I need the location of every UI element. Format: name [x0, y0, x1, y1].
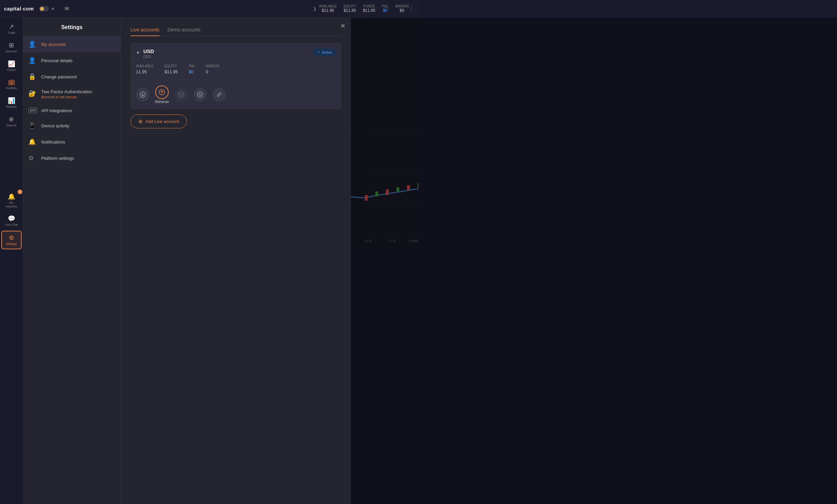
margin-stat-label: MARGIN — [206, 64, 219, 68]
device-nav-icon: 📱 — [29, 122, 37, 129]
margin-label: MARGIN — [395, 4, 409, 8]
deposit-icon: ⊕ — [9, 115, 14, 123]
account-currency: USD — [143, 48, 154, 54]
account-stat-pl: P&L $0 — [189, 64, 195, 74]
sidebar-label-reports: Reports — [6, 105, 17, 109]
platform-nav-label: Platform settings — [41, 156, 74, 161]
platform-nav-icon: ⚙ — [29, 154, 37, 162]
light-mode-icon: ☀ — [51, 6, 55, 12]
pl-stat-value: $0 — [189, 69, 195, 74]
action-deposit-wrap — [136, 88, 149, 101]
sidebar-label-requests: My requests — [3, 201, 20, 208]
sidebar-item-settings[interactable]: ⚙ Settings — [1, 231, 22, 249]
sidebar-label-livechat: Live Chat — [5, 223, 18, 227]
deposit-action-button[interactable] — [136, 88, 149, 101]
account-card: ▲ USD CFD ✓ Active AVAILABLE 11.95 — [130, 43, 341, 109]
settings-nav-2fa[interactable]: 🔐 Two-Factor Authentication Account is n… — [23, 85, 121, 104]
transfer-action-button[interactable] — [174, 88, 188, 101]
personal-nav-label: Personal details — [41, 58, 73, 63]
account-edit-icon — [216, 92, 222, 97]
equity-stat-label: EQUITY — [164, 64, 178, 68]
add-live-account-button[interactable]: ⊕ Add Live account — [130, 114, 187, 128]
stat-pl: P&L $0 — [382, 4, 388, 13]
header-more-icon[interactable]: ⋮ — [409, 5, 414, 12]
pl-stat-label: P&L — [189, 64, 195, 68]
equity-stat-value: $11.95 — [164, 69, 178, 74]
notifications-nav-icon: 🔔 — [29, 138, 37, 146]
personal-nav-icon: 👤 — [29, 57, 37, 64]
tab-live-accounts[interactable]: Live accounts — [130, 24, 160, 36]
sidebar-item-trade[interactable]: ↗ Trade — [1, 20, 22, 37]
requests-icon: 🔔 — [8, 193, 15, 200]
action-transfer-wrap — [174, 88, 188, 101]
add-live-plus-icon: ⊕ — [138, 118, 143, 125]
sidebar-label-discover: Discover — [5, 50, 17, 53]
available-stat-label: AVAILABLE — [136, 64, 154, 68]
available-stat-value: 11.95 — [136, 69, 154, 74]
svg-point-19 — [199, 94, 200, 94]
settings-title: Settings — [23, 18, 121, 36]
sidebar-item-portfolio[interactable]: 💼 Portfolio — [1, 76, 22, 93]
sidebar-item-deposit[interactable]: ⊕ Deposit — [1, 113, 22, 130]
settings-nav-api[interactable]: API API integrations — [23, 104, 121, 117]
svg-point-15 — [178, 92, 184, 97]
2fa-nav-icon: 🔐 — [29, 90, 37, 97]
settings-nav-password[interactable]: 🔒 Change password — [23, 69, 121, 85]
2fa-nav-label: Two-Factor Authentication — [41, 89, 92, 94]
equity-label: EQUITY — [343, 4, 356, 8]
account-stat-equity: EQUITY $11.95 — [164, 64, 178, 74]
my-accounts-nav-label: My accounts — [41, 42, 66, 47]
logo: capital·com — [4, 6, 34, 12]
dark-mode-toggle[interactable]: 🌙 — [39, 6, 49, 12]
mail-icon[interactable]: ✉ — [65, 5, 69, 12]
header-expand-icon[interactable]: ❯ — [313, 6, 316, 11]
requests-badge: 1 — [18, 189, 22, 194]
funds-label: FUNDS — [363, 4, 375, 8]
sidebar-item-reports[interactable]: 📊 Reports — [1, 94, 22, 111]
sidebar-label-portfolio: Portfolio — [6, 87, 17, 90]
stat-margin: MARGIN $0 — [395, 4, 409, 13]
sidebar-item-discover[interactable]: ⊞ Discover — [1, 39, 22, 56]
sidebar-label-deposit: Deposit — [6, 124, 17, 127]
settings-nav-my-accounts[interactable]: 👤 My accounts — [23, 36, 121, 52]
account-settings-button[interactable] — [193, 88, 207, 101]
account-chevron-up: ▲ — [136, 50, 140, 54]
settings-nav: Settings 👤 My accounts 👤 Personal detail… — [23, 18, 121, 252]
theme-toggle[interactable]: 🌙 ☀ — [39, 6, 55, 12]
available-label: AVAILABLE — [319, 4, 337, 8]
withdraw-action-icon — [159, 89, 165, 95]
withdraw-label: Withdraw — [155, 100, 169, 104]
sidebar-item-charts[interactable]: 📈 Charts — [1, 57, 22, 75]
trade-icon: ↗ — [9, 23, 14, 31]
action-settings-wrap — [193, 88, 207, 101]
account-info: USD CFD — [143, 48, 154, 59]
password-nav-icon: 🔒 — [29, 73, 37, 80]
settings-nav-platform[interactable]: ⚙ Platform settings — [23, 150, 121, 166]
stat-equity: EQUITY $11.95 — [343, 4, 356, 13]
settings-close-button[interactable]: ✕ — [340, 23, 345, 29]
settings-nav-device[interactable]: 📱 Device activity — [23, 117, 121, 134]
account-stat-available: AVAILABLE 11.95 — [136, 64, 154, 74]
accounts-tabs: Live accounts Demo accounts — [130, 24, 341, 36]
sidebar-label-settings: Settings — [6, 242, 17, 246]
funds-value: $11.95 — [363, 8, 375, 13]
settings-nav-personal[interactable]: 👤 Personal details — [23, 52, 121, 69]
settings-overlay: Settings 👤 My accounts 👤 Personal detail… — [23, 18, 418, 252]
account-edit-button[interactable] — [212, 88, 226, 101]
tab-demo-accounts[interactable]: Demo accounts — [168, 24, 200, 36]
account-stats: AVAILABLE 11.95 EQUITY $11.95 P&L $0 MAR… — [136, 64, 336, 80]
my-accounts-nav-icon: 👤 — [29, 40, 37, 48]
sidebar-item-requests[interactable]: 🔔 My requests 1 — [1, 190, 22, 211]
account-card-header: ▲ USD CFD ✓ Active — [136, 48, 336, 59]
device-nav-label: Device activity — [41, 123, 69, 128]
left-sidebar: ↗ Trade ⊞ Discover 📈 Charts 💼 Portfolio … — [0, 18, 23, 252]
active-check-icon: ✓ — [317, 50, 320, 54]
settings-icon: ⚙ — [9, 234, 14, 242]
withdraw-action-button[interactable] — [155, 86, 169, 99]
sidebar-item-livechat[interactable]: 💬 Live Chat — [1, 212, 22, 229]
settings-nav-notifications[interactable]: 🔔 Notifications — [23, 134, 121, 150]
livechat-icon: 💬 — [8, 215, 15, 222]
svg-point-20 — [200, 95, 200, 96]
account-card-left: ▲ USD CFD — [136, 48, 154, 59]
active-badge-text: Active — [322, 50, 332, 54]
